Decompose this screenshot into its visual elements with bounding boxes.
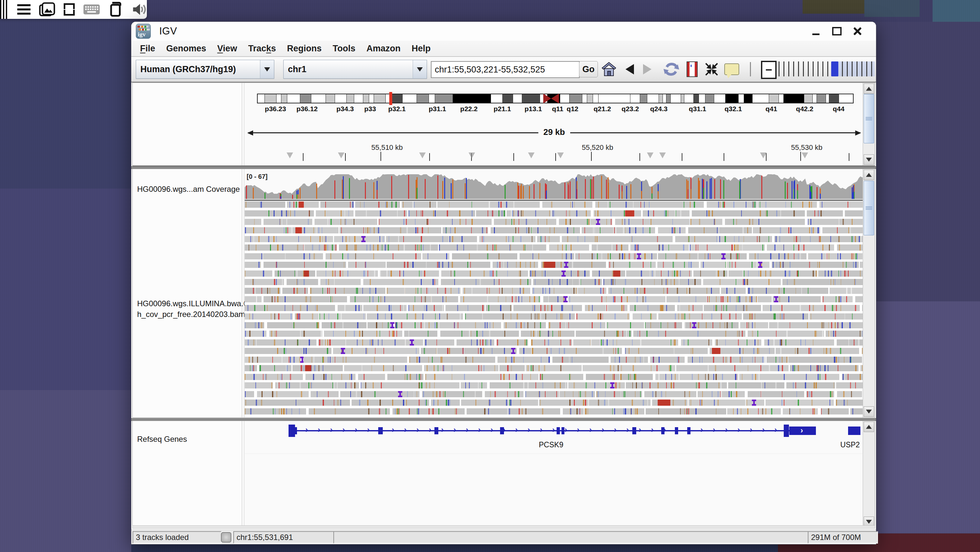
- insertion-icon[interactable]: [361, 236, 366, 242]
- read[interactable]: [658, 227, 686, 233]
- read[interactable]: [526, 365, 582, 371]
- read[interactable]: [568, 382, 625, 388]
- read[interactable]: [710, 348, 775, 354]
- read[interactable]: [633, 330, 745, 337]
- minimize-button[interactable]: [810, 26, 821, 37]
- zoom-slider-handle[interactable]: [831, 61, 838, 77]
- read[interactable]: [287, 201, 319, 208]
- read[interactable]: [441, 270, 528, 277]
- read[interactable]: [361, 382, 460, 388]
- chevron-down-icon[interactable]: [413, 60, 426, 78]
- alignment-track-label-line2[interactable]: h_cov_pcr_free.20140203.bam: [137, 310, 245, 319]
- read[interactable]: [504, 322, 546, 328]
- read[interactable]: [644, 391, 696, 397]
- read[interactable]: [245, 296, 262, 302]
- read[interactable]: [305, 374, 355, 380]
- insertion-icon[interactable]: [637, 253, 641, 259]
- insertion-icon[interactable]: [752, 399, 756, 406]
- read[interactable]: [245, 219, 261, 225]
- read[interactable]: [264, 296, 347, 302]
- read[interactable]: [592, 244, 628, 250]
- read[interactable]: [467, 408, 560, 415]
- read[interactable]: [245, 270, 272, 277]
- read[interactable]: [326, 253, 421, 259]
- read[interactable]: [337, 305, 362, 311]
- read[interactable]: [822, 227, 864, 233]
- home-button[interactable]: [600, 61, 618, 78]
- read[interactable]: [543, 296, 566, 302]
- read[interactable]: [355, 211, 407, 217]
- read[interactable]: [658, 253, 747, 259]
- read[interactable]: [676, 365, 789, 371]
- read[interactable]: [463, 288, 530, 294]
- read[interactable]: [818, 270, 864, 277]
- scroll-up-button[interactable]: [864, 422, 874, 432]
- drag-grip-icon[interactable]: [0, 0, 9, 19]
- read[interactable]: [806, 391, 834, 397]
- read[interactable]: [559, 219, 612, 225]
- read[interactable]: [245, 236, 333, 242]
- read[interactable]: [340, 391, 420, 397]
- read[interactable]: [245, 201, 285, 208]
- read[interactable]: [729, 270, 817, 277]
- read[interactable]: [562, 236, 673, 242]
- read[interactable]: [363, 279, 438, 285]
- read[interactable]: [315, 219, 377, 225]
- read[interactable]: [311, 391, 339, 397]
- menu-amazon[interactable]: Amazon: [361, 43, 406, 54]
- popup-behavior-button[interactable]: [723, 61, 741, 78]
- read[interactable]: [568, 296, 665, 302]
- read[interactable]: [630, 244, 689, 250]
- read[interactable]: [320, 279, 361, 285]
- read[interactable]: [658, 313, 742, 319]
- read[interactable]: [476, 211, 506, 217]
- gene-track-label[interactable]: Refseq Genes: [137, 435, 187, 444]
- read[interactable]: [245, 357, 301, 363]
- read[interactable]: [728, 382, 784, 388]
- scroll-up-button[interactable]: [864, 83, 874, 94]
- read[interactable]: [352, 399, 429, 406]
- read[interactable]: [452, 253, 517, 259]
- read[interactable]: [633, 313, 657, 319]
- read[interactable]: [355, 201, 400, 208]
- roi-marker-icon[interactable]: [760, 153, 767, 158]
- read[interactable]: [776, 348, 859, 354]
- locus-input[interactable]: chr1:55,503,221-55,532,525: [431, 61, 580, 78]
- read[interactable]: [687, 357, 765, 363]
- read[interactable]: [552, 357, 609, 363]
- read[interactable]: [441, 279, 531, 285]
- keyboard-icon[interactable]: [83, 3, 100, 16]
- roi-marker-icon[interactable]: [802, 153, 808, 158]
- locus-panel-data-pane[interactable]: p36.23p36.12p34.3p33p32.1p31.1p22.2p21.1…: [245, 83, 864, 166]
- read[interactable]: [318, 340, 423, 346]
- read[interactable]: [439, 244, 546, 250]
- read[interactable]: [461, 399, 538, 406]
- insertion-icon[interactable]: [563, 296, 568, 302]
- gene-exon[interactable]: [848, 426, 861, 435]
- read[interactable]: [548, 322, 605, 328]
- read[interactable]: [387, 262, 490, 268]
- read[interactable]: [615, 219, 722, 225]
- read[interactable]: [748, 391, 804, 397]
- read[interactable]: [748, 330, 824, 337]
- insertion-icon[interactable]: [511, 348, 515, 354]
- read[interactable]: [422, 391, 482, 397]
- read[interactable]: [507, 211, 591, 217]
- genome-select[interactable]: Human (GRCh37/hg19): [136, 60, 274, 79]
- clipboard-icon[interactable]: [108, 1, 123, 18]
- menu-view[interactable]: View: [212, 43, 243, 54]
- read[interactable]: [725, 219, 805, 225]
- read[interactable]: [422, 253, 449, 259]
- read[interactable]: [316, 211, 353, 217]
- read[interactable]: [826, 330, 864, 337]
- read[interactable]: [245, 244, 337, 250]
- read[interactable]: [786, 382, 835, 388]
- read[interactable]: [387, 374, 423, 380]
- read[interactable]: [333, 348, 420, 354]
- read[interactable]: [348, 262, 386, 268]
- read[interactable]: [667, 296, 772, 302]
- read[interactable]: [293, 365, 343, 371]
- read[interactable]: [747, 288, 828, 294]
- scroll-down-button[interactable]: [864, 406, 874, 417]
- read[interactable]: [525, 391, 595, 397]
